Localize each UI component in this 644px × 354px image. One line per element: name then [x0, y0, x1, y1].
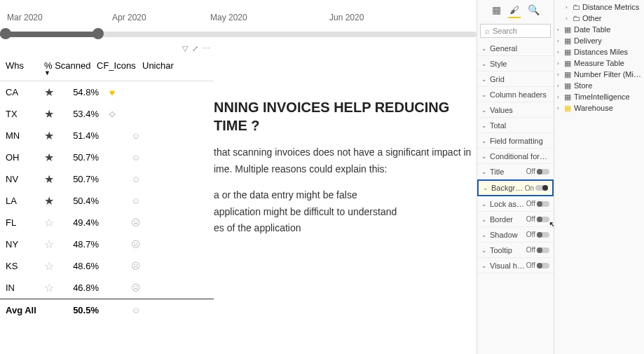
- fmt-style[interactable]: ⌄Style: [477, 56, 554, 72]
- fmt-tooltip[interactable]: ⌄TooltipOff: [477, 243, 554, 258]
- chevron-right-icon: ›: [557, 105, 564, 111]
- visual-header-icons: ▽ ⤢ ⋯: [182, 44, 211, 53]
- filter-icon[interactable]: ▽: [182, 44, 188, 53]
- fmt-title[interactable]: ⌄TitleOff: [477, 164, 554, 179]
- table-icon: ▦: [564, 48, 574, 57]
- table-icon: ▦: [564, 36, 574, 46]
- cell-pct: 51.4%: [64, 130, 99, 141]
- analytics-tab-icon[interactable]: 🔍: [526, 3, 541, 18]
- focus-mode-icon[interactable]: ⤢: [192, 44, 198, 53]
- timeline-fill: [0, 32, 98, 37]
- star-icon: ☆: [44, 216, 64, 229]
- table-row[interactable]: NV★50.7%☺: [0, 168, 214, 190]
- fmt-general[interactable]: ⌄General: [477, 41, 554, 56]
- table-row[interactable]: CA★54.8%♥: [0, 81, 214, 103]
- star-icon: ★: [44, 151, 64, 164]
- cell-whs: CA: [6, 87, 44, 97]
- fmt-border[interactable]: ⌄BorderOff: [477, 212, 554, 227]
- star-icon: ★: [44, 194, 64, 207]
- table-visual[interactable]: Whs % Scanned▼ CF_Icons Unichar CA★54.8%…: [0, 56, 214, 320]
- field-item[interactable]: ›🗀Other: [554, 13, 644, 24]
- unichar-icon: ☹: [125, 282, 146, 293]
- star-icon: ☆: [44, 281, 64, 294]
- cell-whs: NV: [6, 174, 44, 184]
- cell-pct: 54.8%: [64, 87, 99, 97]
- timeline-tick: Jun 2020: [329, 13, 364, 22]
- cell-whs: MN: [6, 130, 44, 141]
- field-item[interactable]: ›▦Number Filter (Miles): [554, 69, 644, 80]
- field-item[interactable]: ›▦Store: [554, 80, 644, 91]
- folder-icon: 🗀: [573, 14, 582, 22]
- table-row[interactable]: OH★50.7%☺: [0, 147, 214, 168]
- chevron-right-icon: ›: [566, 15, 573, 22]
- cell-pct: 50.7%: [64, 152, 99, 163]
- star-icon: ☆: [44, 238, 64, 251]
- fmt-field-formatting[interactable]: ⌄Field formatting: [477, 133, 554, 149]
- fmt-conditional-formatting[interactable]: ⌄Conditional formatting: [477, 149, 554, 164]
- col-header-cf[interactable]: CF_Icons: [97, 60, 142, 76]
- chevron-right-icon: ›: [566, 4, 573, 11]
- star-icon: ☆: [44, 259, 64, 273]
- chevron-right-icon: ›: [557, 83, 564, 89]
- table-row[interactable]: TX★53.4%◇: [0, 103, 214, 125]
- table-row[interactable]: IN☆46.8%☹: [0, 277, 214, 299]
- table-row[interactable]: FL☆49.4%☹: [0, 212, 214, 233]
- fmt-shadow[interactable]: ⌄ShadowOff: [477, 227, 554, 243]
- fmt-visual-header[interactable]: ⌄Visual he...Off: [477, 258, 554, 273]
- pane-tabs: ▦ 🖌 🔍: [477, 0, 554, 21]
- cf-icon: ◇: [99, 109, 125, 118]
- unichar-icon: ☺: [125, 152, 146, 163]
- star-icon: ★: [44, 107, 64, 121]
- table-row[interactable]: NY☆48.7%☹: [0, 233, 214, 255]
- table-row[interactable]: LA★50.4%☺: [0, 190, 214, 212]
- fields-tab-icon[interactable]: ▦: [491, 3, 502, 18]
- timeline-handle-left[interactable]: [0, 28, 11, 39]
- timeline-tick: Mar 2020: [7, 13, 43, 22]
- star-icon: ★: [44, 172, 64, 186]
- field-label: Measure Table: [574, 59, 641, 67]
- fmt-background[interactable]: ⌄Backgro...On: [477, 179, 554, 196]
- col-header-scanned[interactable]: % Scanned▼: [44, 60, 97, 76]
- field-item[interactable]: ›🗀Distance Metrics: [554, 1, 644, 13]
- format-search[interactable]: ⌕ Search: [480, 24, 551, 38]
- fields-pane: ›🗀Distance Metrics›🗀Other›▦Date Table›▦D…: [554, 0, 644, 354]
- unichar-icon: ☺: [125, 130, 146, 141]
- more-options-icon[interactable]: ⋯: [203, 44, 211, 53]
- table-row[interactable]: KS☆48.6%☹: [0, 255, 214, 277]
- cell-whs: KS: [6, 261, 44, 271]
- fmt-grid[interactable]: ⌄Grid: [477, 72, 554, 87]
- timeline-slicer[interactable]: Mar 2020 Apr 2020 May 2020 Jun 2020: [0, 0, 477, 39]
- field-label: Other: [582, 14, 641, 22]
- cell-whs: IN: [6, 282, 44, 293]
- field-label: Date Table: [574, 25, 641, 34]
- field-item[interactable]: ›▦Measure Table: [554, 57, 644, 69]
- cell-whs: TX: [6, 109, 44, 119]
- field-item[interactable]: ›▦Warehouse: [554, 102, 644, 114]
- field-label: Warehouse: [574, 104, 641, 112]
- fmt-total[interactable]: ⌄Total: [477, 118, 554, 133]
- cell-pct: 48.7%: [64, 239, 99, 250]
- field-item[interactable]: ›▦TimeIntelligence: [554, 91, 644, 102]
- col-header-unichar[interactable]: Unichar: [142, 60, 184, 76]
- cell-pct: 50.7%: [64, 174, 99, 184]
- fmt-values[interactable]: ⌄Values: [477, 102, 554, 118]
- table-icon: ▦: [564, 81, 574, 90]
- format-tab-icon[interactable]: 🖌: [508, 3, 521, 18]
- timeline-handle-right[interactable]: [93, 28, 104, 39]
- timeline-tick: Apr 2020: [112, 13, 146, 22]
- timeline-tick: May 2020: [210, 13, 247, 22]
- table-row[interactable]: MN★51.4%☺: [0, 125, 214, 147]
- field-item[interactable]: ›▦Date Table: [554, 24, 644, 35]
- fmt-column-headers[interactable]: ⌄Column headers: [477, 87, 554, 102]
- field-item[interactable]: ›▦Delivery: [554, 35, 644, 46]
- field-item[interactable]: ›▦Distances Miles: [554, 46, 644, 57]
- fmt-lock-aspect[interactable]: ⌄Lock asp...Off: [477, 196, 554, 212]
- chevron-right-icon: ›: [557, 94, 564, 100]
- cell-whs: LA: [6, 196, 44, 206]
- field-label: Distances Miles: [574, 48, 641, 56]
- chevron-right-icon: ›: [557, 60, 564, 67]
- col-header-whs[interactable]: Whs: [6, 60, 44, 76]
- chevron-right-icon: ›: [557, 49, 564, 55]
- face-neutral-icon: ☺: [125, 305, 146, 315]
- report-canvas: Mar 2020 Apr 2020 May 2020 Jun 2020 ▽ ⤢ …: [0, 0, 477, 354]
